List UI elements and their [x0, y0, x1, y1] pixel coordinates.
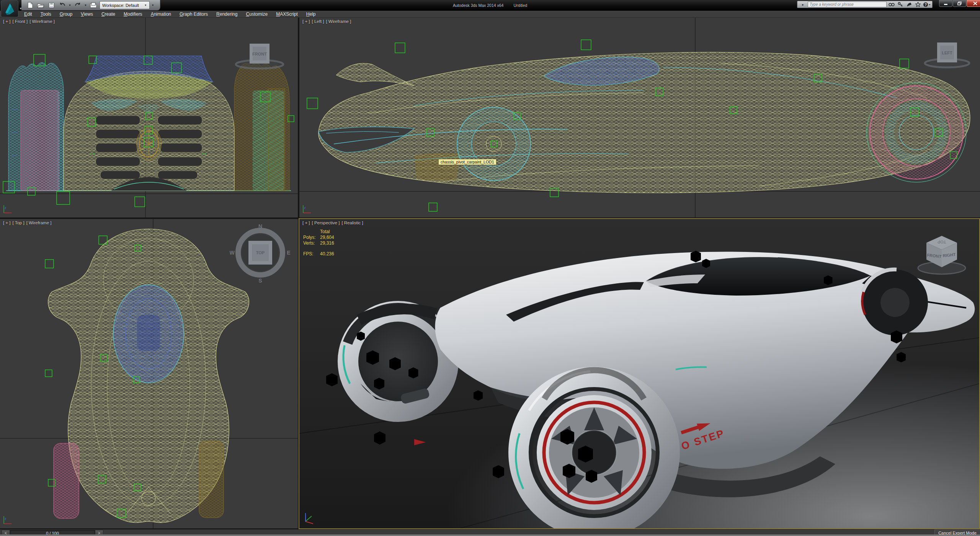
stats-fps-value: 40.236	[320, 251, 334, 257]
menu-views[interactable]: Views	[77, 11, 97, 18]
app-title: Autodesk 3ds Max 2014 x64	[453, 3, 504, 8]
menu-edit[interactable]: Edit	[20, 11, 36, 18]
viewport-top[interactable]: [ + ] [ Top ] [ Wireframe ]	[0, 219, 298, 528]
svg-text:?: ?	[924, 2, 926, 7]
viewport-menu-shading[interactable]: [ Realistic ]	[341, 221, 363, 225]
new-scene-button[interactable]	[25, 1, 34, 10]
left-wireframe-car: z	[299, 18, 980, 217]
viewport-menu-shading[interactable]: [ Wireframe ]	[26, 221, 52, 225]
search-icon[interactable]	[887, 2, 895, 7]
viewport-menu-pov[interactable]: [ Perspective ]	[312, 221, 340, 225]
viewport-front-label: [ + ] [ Front ] [ Wireframe ]	[3, 19, 55, 24]
stats-fps-label: FPS:	[303, 251, 320, 257]
save-file-button[interactable]	[47, 1, 56, 10]
viewcube-top-label: TOP	[256, 250, 265, 255]
help-icon[interactable]: ?	[923, 2, 931, 7]
stats-total-label: Total	[303, 229, 334, 235]
viewport-left-label: [ + ] [ Left ] [ Wireframe ]	[302, 19, 351, 24]
close-button[interactable]	[967, 0, 980, 7]
infocenter-bar: ▸ ?	[797, 1, 933, 8]
axis-tripod	[305, 513, 313, 524]
menu-bar: Edit Tools Group Views Create Modifiers …	[0, 11, 980, 18]
viewport-menu-general[interactable]: [ + ]	[302, 19, 310, 24]
document-title: Untitled	[513, 3, 527, 8]
restore-button[interactable]	[953, 0, 966, 7]
axis-tripod: z	[4, 516, 11, 524]
menu-create[interactable]: Create	[97, 11, 119, 18]
car-far-front-wheel	[862, 270, 928, 335]
open-file-button[interactable]	[36, 1, 45, 10]
front-left-pod	[8, 62, 64, 191]
3ds-max-window: ▼ ▼ ▼ Workspace: Default	[0, 0, 980, 536]
undo-dropdown-arrow[interactable]: ▼	[68, 1, 72, 10]
viewcube-left[interactable]: LEFT	[920, 39, 974, 72]
qat-customize-button[interactable]: ▼	[151, 1, 155, 10]
viewcube-top[interactable]: N W E S TOP	[230, 222, 291, 285]
front-body	[64, 56, 234, 191]
menu-rendering[interactable]: Rendering	[212, 11, 242, 18]
minimize-button[interactable]	[939, 0, 952, 7]
search-input[interactable]	[808, 2, 887, 7]
viewport-statistics: Total Polys:29,604 Verts:29,316 FPS:40.2…	[303, 229, 334, 257]
menu-group[interactable]: Group	[56, 11, 77, 18]
viewport-menu-general[interactable]: [ + ]	[3, 19, 11, 24]
project-folder-button[interactable]	[89, 1, 98, 10]
title-bar: ▼ ▼ ▼ Workspace: Default	[0, 0, 980, 11]
viewport-front[interactable]: [ + ] [ Front ] [ Wireframe ]	[0, 18, 298, 217]
viewport-menu-pov[interactable]: [ Top ]	[13, 221, 24, 225]
application-menu-button[interactable]	[1, 0, 18, 17]
viewport-menu-shading[interactable]: [ Wireframe ]	[29, 19, 55, 24]
perspective-shaded-car: O STEP	[299, 219, 979, 528]
undo-button[interactable]	[57, 1, 67, 10]
viewcube-perspective[interactable]: FRONT RIGHT TOP	[911, 227, 972, 279]
front-right-pod	[234, 62, 289, 191]
menu-customize[interactable]: Customize	[242, 11, 272, 18]
viewport-perspective[interactable]: [ + ] [ Perspective ] [ Realistic ] Tota…	[299, 218, 980, 529]
svg-text:z: z	[304, 206, 306, 210]
axis-tripod: z	[303, 205, 311, 213]
compass-w: W	[230, 250, 235, 256]
communication-center-icon[interactable]	[905, 2, 913, 7]
redo-dropdown-arrow[interactable]: ▼	[84, 1, 87, 10]
menu-modifiers[interactable]: Modifiers	[119, 11, 147, 18]
viewport-top-label: [ + ] [ Top ] [ Wireframe ]	[3, 221, 51, 225]
viewport-menu-shading[interactable]: [ Wireframe ]	[326, 19, 351, 24]
stats-verts-value: 29,316	[320, 240, 334, 246]
viewport-menu-pov[interactable]: [ Left ]	[312, 19, 324, 24]
viewport-menu-general[interactable]: [ + ]	[302, 221, 310, 225]
svg-text:z: z	[5, 517, 7, 521]
application-menu-dropdown-arrow[interactable]: ▼	[19, 7, 22, 10]
viewcube-persp-top-label: TOP	[938, 240, 946, 244]
menu-tools[interactable]: Tools	[36, 11, 56, 18]
viewcube-left-label: LEFT	[942, 51, 952, 55]
redo-button[interactable]	[73, 1, 82, 10]
viewport-left[interactable]: [ + ] [ Left ] [ Wireframe ]	[299, 18, 980, 217]
car-red-triangle-decal	[414, 439, 426, 445]
viewcube-front[interactable]: FRONT	[232, 40, 287, 73]
menu-graph-editors[interactable]: Graph Editors	[175, 11, 212, 18]
object-tooltip: chassis_pivot_carpaint_LOD1	[438, 159, 497, 165]
menu-maxscript[interactable]: MAXScript	[272, 11, 302, 18]
infocenter-collapse-arrow[interactable]: ▸	[799, 2, 807, 7]
favorites-star-icon[interactable]	[914, 2, 922, 7]
viewport-perspective-label: [ + ] [ Perspective ] [ Realistic ]	[302, 221, 363, 225]
compass-e: E	[287, 250, 290, 256]
workspace-selector[interactable]: Workspace: Default ▼	[100, 1, 150, 9]
top-car-body	[48, 229, 249, 523]
menu-help[interactable]: Help	[302, 11, 320, 18]
viewport-menu-general[interactable]: [ + ]	[3, 221, 11, 225]
stats-polys-value: 29,604	[320, 235, 334, 240]
bottom-edge-strip	[0, 534, 980, 536]
menu-animation[interactable]: Animation	[147, 11, 175, 18]
3ds-max-logo-icon	[3, 2, 16, 16]
compass-s: S	[258, 278, 262, 283]
axis-tripod: z	[4, 205, 11, 213]
viewcube-front-label: FRONT	[252, 52, 267, 56]
svg-text:z: z	[5, 206, 7, 210]
viewport-menu-pov[interactable]: [ Front ]	[13, 19, 28, 24]
workspace-label: Workspace: Default	[102, 3, 139, 8]
compass-n: N	[258, 223, 262, 229]
workspace-dropdown-arrow: ▼	[144, 4, 147, 7]
stats-polys-label: Polys:	[303, 235, 320, 240]
subscription-key-icon[interactable]	[896, 2, 904, 7]
